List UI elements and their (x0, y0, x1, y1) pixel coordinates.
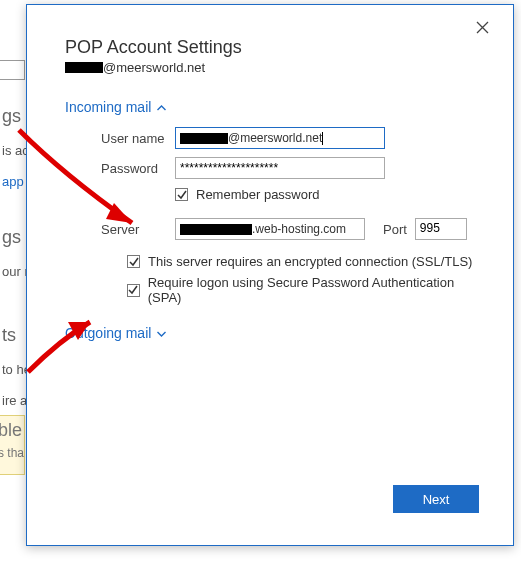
checkbox-label: Require logon using Secure Password Auth… (148, 275, 483, 305)
pop-settings-dialog: POP Account Settings @meersworld.net Inc… (26, 4, 514, 546)
background-fragments: gs is ac app t gs our m ts to he ire ac … (0, 0, 26, 564)
section-label: Incoming mail (65, 99, 151, 115)
check-icon (127, 284, 140, 297)
incoming-mail-toggle[interactable]: Incoming mail (65, 99, 166, 115)
chevron-up-icon (157, 102, 166, 113)
section-label: Outgoing mail (65, 325, 151, 341)
username-label: User name (101, 131, 175, 146)
port-field[interactable] (415, 218, 467, 240)
chevron-down-icon (157, 328, 166, 339)
ssl-checkbox[interactable]: This server requires an encrypted connec… (127, 254, 483, 269)
port-label: Port (383, 222, 407, 237)
checkbox-label: Remember password (196, 187, 320, 202)
outgoing-mail-toggle[interactable]: Outgoing mail (65, 325, 166, 341)
close-icon (476, 21, 489, 34)
spa-checkbox[interactable]: Require logon using Secure Password Auth… (127, 275, 483, 305)
dialog-title: POP Account Settings (65, 37, 483, 58)
account-email: @meersworld.net (65, 60, 483, 75)
server-label: Server (101, 222, 175, 237)
close-button[interactable] (468, 15, 497, 43)
password-label: Password (101, 161, 175, 176)
username-field[interactable]: @meersworld.net (175, 127, 385, 149)
password-field[interactable] (175, 157, 385, 179)
check-icon (127, 255, 140, 268)
server-field[interactable]: .web-hosting.com (175, 218, 365, 240)
checkbox-label: This server requires an encrypted connec… (148, 254, 472, 269)
next-button[interactable]: Next (393, 485, 479, 513)
remember-password-checkbox[interactable]: Remember password (175, 187, 483, 202)
check-icon (175, 188, 188, 201)
